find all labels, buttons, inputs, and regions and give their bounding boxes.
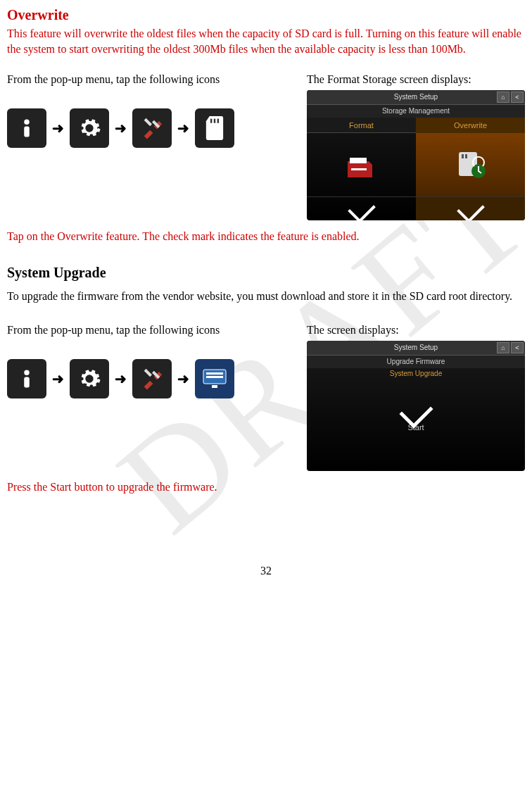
format-panel [307, 133, 416, 196]
arrow-icon: ➜ [115, 120, 127, 137]
info-icon [7, 108, 46, 148]
upgrade-right-label: The screen displays: [307, 322, 525, 338]
icon-sequence-2: ➜ ➜ ➜ [7, 359, 293, 398]
arrow-icon: ➜ [115, 370, 127, 387]
svg-rect-15 [212, 385, 217, 388]
gear-icon [70, 359, 109, 398]
back-icon[interactable]: < [511, 342, 524, 353]
tools-icon [132, 359, 172, 398]
arrow-icon: ➜ [177, 370, 189, 387]
format-tab[interactable]: Format [307, 118, 416, 133]
ss2-subtitle2: System Upgrade [307, 368, 525, 377]
svg-rect-1 [24, 126, 30, 137]
svg-point-10 [24, 370, 30, 375]
arrow-icon: ➜ [52, 370, 64, 387]
ss2-subtitle: Upgrade Firmware [307, 356, 525, 368]
svg-rect-14 [206, 376, 223, 378]
upgrade-press-note: Press the Start button to upgrade the fi… [7, 479, 525, 495]
svg-rect-13 [206, 372, 223, 375]
overwrite-tap-note: Tap on the Overwrite feature. The check … [7, 229, 525, 244]
format-check[interactable] [307, 197, 416, 220]
arrow-icon: ➜ [177, 120, 189, 137]
info-icon [7, 359, 46, 398]
ss1-subtitle: Storage Management [307, 105, 525, 118]
start-button[interactable]: Start [403, 401, 430, 432]
ss1-title: System Setup [394, 93, 438, 101]
svg-rect-8 [465, 154, 467, 158]
overwrite-intro: This feature will overwrite the oldest f… [7, 26, 525, 56]
overwrite-right-label: The Format Storage screen displays: [307, 72, 525, 87]
overwrite-panel [416, 133, 525, 196]
monitor-icon [195, 359, 234, 398]
arrow-icon: ➜ [52, 120, 64, 137]
upgrade-screenshot: System Setup ⌂ < Upgrade Firmware System… [307, 341, 525, 471]
home-icon[interactable]: ⌂ [497, 92, 509, 103]
home-icon[interactable]: ⌂ [497, 342, 509, 353]
storage-screenshot: System Setup ⌂ < Storage Management Form… [307, 90, 525, 220]
icon-sequence-1: ➜ ➜ ➜ [7, 108, 293, 148]
svg-rect-4 [217, 118, 219, 123]
svg-rect-2 [210, 118, 212, 123]
gear-icon [70, 108, 109, 148]
upgrade-intro: To upgrade the firmware from the vendor … [7, 287, 525, 307]
overwrite-heading: Overwrite [7, 7, 525, 23]
upgrade-left-label: From the pop-up menu, tap the following … [7, 322, 293, 338]
ss2-title: System Setup [394, 344, 438, 351]
overwrite-tab[interactable]: Overwrite [416, 118, 525, 133]
back-icon[interactable]: < [511, 92, 524, 103]
svg-rect-5 [351, 168, 367, 170]
page-number: 32 [7, 565, 525, 577]
upgrade-heading: System Upgrade [7, 265, 525, 281]
overwrite-left-label: From the pop-up menu, tap the following … [7, 72, 293, 87]
svg-rect-3 [214, 118, 215, 123]
sdcard-icon [195, 108, 234, 148]
tools-icon [132, 108, 172, 148]
svg-rect-7 [462, 154, 464, 158]
svg-rect-11 [24, 377, 30, 387]
svg-point-0 [24, 119, 30, 125]
overwrite-check[interactable] [416, 197, 525, 220]
